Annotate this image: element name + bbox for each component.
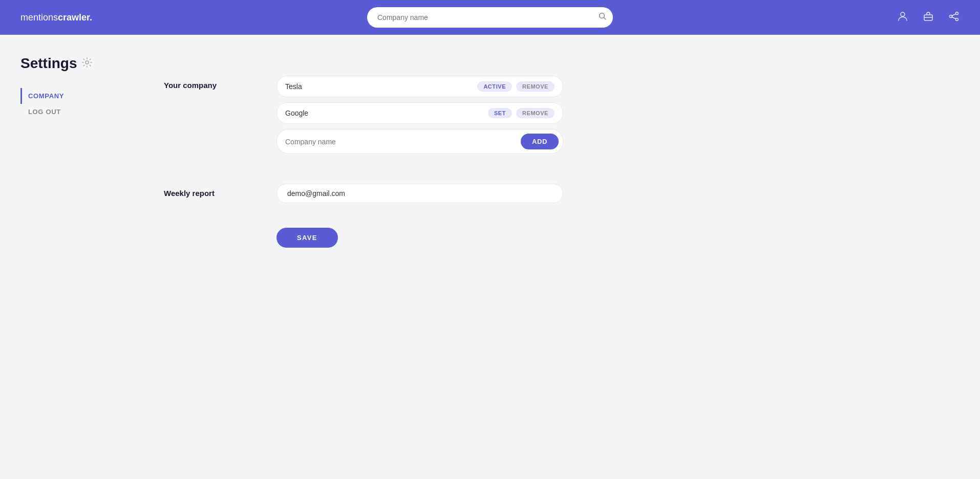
weekly-report-content bbox=[276, 184, 563, 203]
sidebar: Settings COMPANY LOG OUT bbox=[0, 35, 123, 479]
company-list: Tesla ACTIVE REMOVE Google SET REMOVE AD… bbox=[276, 76, 563, 159]
add-company-button[interactable]: ADD bbox=[521, 134, 559, 149]
svg-line-9 bbox=[952, 17, 956, 19]
main-content: Your company Tesla ACTIVE REMOVE Google … bbox=[123, 35, 980, 479]
add-company-row: ADD bbox=[276, 129, 563, 154]
logo: mentionscrawler. bbox=[20, 12, 92, 23]
svg-point-2 bbox=[901, 12, 905, 16]
main-layout: Settings COMPANY LOG OUT Your company Te… bbox=[0, 35, 980, 479]
header: mentionscrawler. bbox=[0, 0, 980, 35]
save-button[interactable]: SAVE bbox=[276, 228, 338, 248]
svg-point-7 bbox=[956, 18, 958, 20]
add-company-input[interactable] bbox=[285, 138, 521, 146]
briefcase-icon[interactable] bbox=[923, 11, 934, 25]
badge-set-google: SET bbox=[488, 108, 512, 118]
svg-line-8 bbox=[952, 14, 956, 16]
search-icon bbox=[599, 12, 607, 20]
svg-line-1 bbox=[604, 18, 606, 20]
sidebar-nav: COMPANY LOG OUT bbox=[20, 88, 123, 120]
company-name-google: Google bbox=[285, 109, 488, 117]
search-input[interactable] bbox=[367, 7, 613, 28]
header-icons bbox=[897, 11, 960, 25]
sidebar-item-logout[interactable]: LOG OUT bbox=[20, 104, 123, 120]
sidebar-item-company[interactable]: COMPANY bbox=[20, 88, 123, 104]
your-company-label: Your company bbox=[164, 76, 246, 159]
company-name-tesla: Tesla bbox=[285, 82, 477, 91]
logo-mentions: mentions bbox=[20, 12, 58, 23]
svg-point-5 bbox=[956, 12, 958, 14]
save-section: SAVE bbox=[164, 228, 949, 248]
weekly-report-section: Weekly report bbox=[164, 184, 949, 203]
weekly-report-email-input[interactable] bbox=[276, 184, 563, 203]
company-row-tesla: Tesla ACTIVE REMOVE bbox=[276, 76, 563, 97]
remove-button-google[interactable]: REMOVE bbox=[516, 108, 555, 118]
search-container bbox=[367, 7, 613, 28]
badge-active-tesla: ACTIVE bbox=[477, 81, 512, 92]
weekly-report-label: Weekly report bbox=[164, 184, 246, 203]
share-icon[interactable] bbox=[948, 11, 960, 25]
your-company-section: Your company Tesla ACTIVE REMOVE Google … bbox=[164, 76, 949, 159]
gear-icon bbox=[82, 57, 92, 70]
search-button[interactable] bbox=[599, 12, 607, 23]
svg-point-10 bbox=[86, 61, 89, 64]
person-icon[interactable] bbox=[897, 11, 908, 25]
remove-button-tesla[interactable]: REMOVE bbox=[516, 81, 555, 92]
settings-title: Settings bbox=[20, 55, 123, 72]
page-title: Settings bbox=[20, 55, 77, 72]
svg-point-6 bbox=[950, 15, 952, 17]
logo-crawler: crawler. bbox=[58, 12, 92, 23]
company-row-google: Google SET REMOVE bbox=[276, 102, 563, 124]
